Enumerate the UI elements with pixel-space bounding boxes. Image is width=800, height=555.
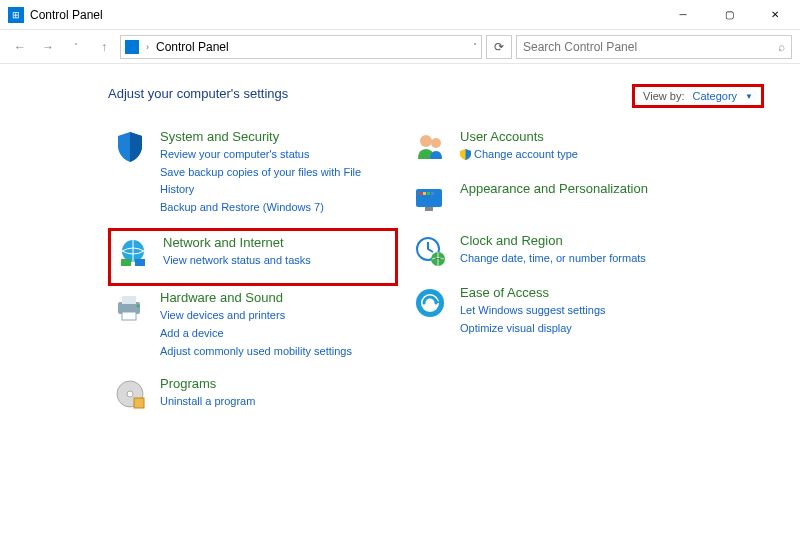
ease-of-access-icon — [412, 285, 448, 321]
svg-point-11 — [420, 135, 432, 147]
refresh-button[interactable]: ⟳ — [486, 35, 512, 59]
category-link[interactable]: Uninstall a program — [160, 393, 255, 411]
right-column: User Accounts Change account type Appear… — [408, 125, 698, 424]
search-input[interactable] — [523, 40, 778, 54]
control-panel-icon — [125, 40, 139, 54]
category-link[interactable]: Backup and Restore (Windows 7) — [160, 199, 394, 217]
category-clock-region: Clock and Region Change date, time, or n… — [408, 229, 698, 281]
printer-icon — [112, 290, 148, 326]
category-link[interactable]: Add a device — [160, 325, 352, 343]
svg-rect-13 — [416, 189, 442, 207]
svg-rect-15 — [423, 192, 426, 195]
view-by-selector[interactable]: View by: Category ▼ — [632, 84, 764, 108]
svg-rect-10 — [134, 398, 144, 408]
view-by-value[interactable]: Category — [692, 90, 737, 102]
search-icon[interactable]: ⌕ — [778, 40, 785, 54]
maximize-button[interactable]: ▢ — [706, 0, 752, 30]
svg-point-12 — [431, 138, 441, 148]
category-title[interactable]: Network and Internet — [163, 235, 311, 250]
svg-rect-5 — [122, 312, 136, 320]
globe-network-icon — [115, 235, 151, 271]
shield-icon — [112, 129, 148, 165]
view-by-label: View by: — [643, 90, 684, 102]
back-button[interactable]: ← — [8, 35, 32, 59]
app-icon: ⊞ — [8, 7, 24, 23]
category-title[interactable]: Appearance and Personalization — [460, 181, 648, 196]
svg-point-6 — [137, 305, 140, 308]
address-box[interactable]: › Control Panel ˅ — [120, 35, 482, 59]
svg-rect-14 — [419, 192, 422, 195]
category-hardware-sound: Hardware and Sound View devices and prin… — [108, 286, 398, 372]
category-network-internet: Network and Internet View network status… — [108, 228, 398, 286]
category-link[interactable]: Save backup copies of your files with Fi… — [160, 164, 394, 199]
category-link[interactable]: Optimize visual display — [460, 320, 606, 338]
clock-globe-icon — [412, 233, 448, 269]
minimize-button[interactable]: ─ — [660, 0, 706, 30]
breadcrumb-root[interactable]: Control Panel — [156, 40, 229, 54]
svg-rect-18 — [425, 207, 433, 211]
svg-rect-4 — [122, 296, 136, 304]
uac-shield-icon — [460, 149, 471, 160]
category-title[interactable]: Clock and Region — [460, 233, 646, 248]
address-bar: ← → ˅ ↑ › Control Panel ˅ ⟳ ⌕ — [0, 30, 800, 64]
chevron-down-icon[interactable]: ˅ — [473, 42, 477, 51]
svg-rect-16 — [427, 192, 430, 195]
svg-rect-1 — [121, 259, 131, 266]
chevron-right-icon: › — [146, 42, 149, 52]
monitor-color-icon — [412, 181, 448, 217]
category-link[interactable]: Let Windows suggest settings — [460, 302, 606, 320]
window-title: Control Panel — [30, 8, 103, 22]
titlebar: ⊞ Control Panel ─ ▢ ✕ — [0, 0, 800, 30]
category-title[interactable]: Hardware and Sound — [160, 290, 352, 305]
close-button[interactable]: ✕ — [752, 0, 798, 30]
category-link[interactable]: View devices and printers — [160, 307, 352, 325]
svg-rect-17 — [431, 192, 434, 195]
recent-button[interactable]: ˅ — [64, 35, 88, 59]
users-icon — [412, 129, 448, 165]
category-ease-of-access: Ease of Access Let Windows suggest setti… — [408, 281, 698, 349]
category-link[interactable]: View network status and tasks — [163, 252, 311, 270]
category-title[interactable]: Ease of Access — [460, 285, 606, 300]
category-appearance-personalization: Appearance and Personalization — [408, 177, 698, 229]
disc-icon — [112, 376, 148, 412]
category-title[interactable]: Programs — [160, 376, 255, 391]
up-button[interactable]: ↑ — [92, 35, 116, 59]
left-column: System and Security Review your computer… — [108, 125, 398, 424]
search-box[interactable]: ⌕ — [516, 35, 792, 59]
category-link[interactable]: Change date, time, or number formats — [460, 250, 646, 268]
category-link[interactable]: Change account type — [474, 146, 578, 164]
svg-rect-2 — [135, 259, 145, 266]
content: Adjust your computer's settings View by:… — [0, 64, 800, 444]
category-user-accounts: User Accounts Change account type — [408, 125, 698, 177]
chevron-down-icon: ▼ — [745, 92, 753, 101]
category-title[interactable]: System and Security — [160, 129, 394, 144]
category-link[interactable]: Review your computer's status — [160, 146, 394, 164]
category-system-security: System and Security Review your computer… — [108, 125, 398, 228]
category-title[interactable]: User Accounts — [460, 129, 578, 144]
svg-point-9 — [127, 391, 133, 397]
category-programs: Programs Uninstall a program — [108, 372, 398, 424]
forward-button[interactable]: → — [36, 35, 60, 59]
category-link[interactable]: Adjust commonly used mobility settings — [160, 343, 352, 361]
